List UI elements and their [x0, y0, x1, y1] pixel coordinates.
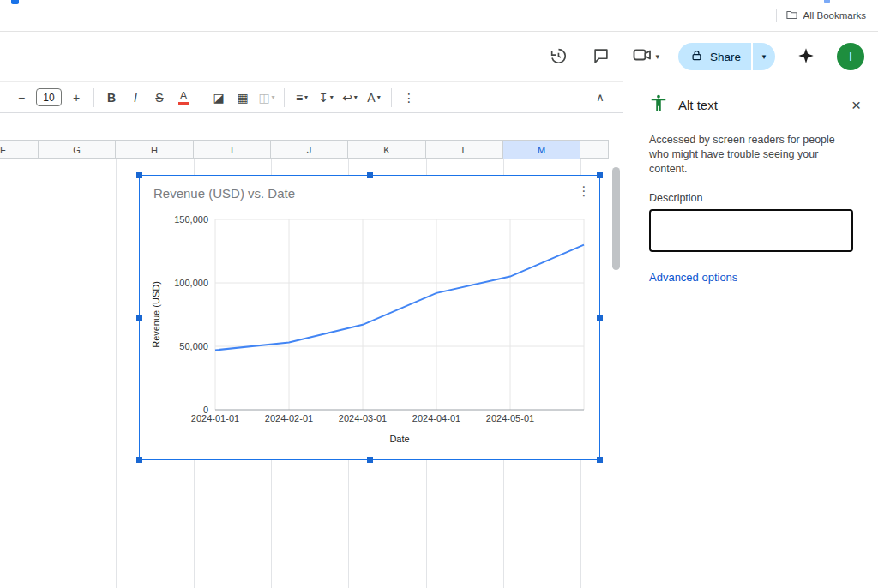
column-header-G[interactable]: G — [39, 141, 116, 159]
advanced-options-link[interactable]: Advanced options — [649, 271, 737, 284]
text-rotation-icon: A — [367, 91, 375, 105]
column-header-K[interactable]: K — [348, 141, 426, 159]
italic-icon: I — [134, 91, 137, 105]
sparkle-icon — [797, 47, 815, 67]
accessibility-icon — [649, 93, 668, 116]
dropdown-caret-icon: ▾ — [304, 93, 308, 101]
fill-color-icon: ◪ — [213, 91, 224, 105]
browser-tab-remnant — [824, 0, 830, 3]
lock-icon — [690, 49, 703, 64]
bookmarks-folder-icon — [785, 9, 798, 23]
text-wrap-button[interactable]: ↩▾ — [339, 87, 361, 109]
browser-bookmark-bar: All Bookmarks — [0, 0, 878, 32]
share-control: Share ▾ — [678, 43, 775, 70]
chart-resize-handle-nw[interactable] — [136, 172, 142, 178]
panel-description-text: Accessed by screen readers for people wh… — [649, 133, 857, 177]
svg-text:2024-01-01: 2024-01-01 — [191, 413, 239, 423]
merge-cells-icon: ◫ — [258, 91, 269, 105]
bold-button[interactable]: B — [100, 87, 123, 109]
increase-font-size-button[interactable]: + — [65, 87, 87, 109]
horizontal-align-icon: ≡ — [296, 91, 303, 105]
bookmark-bar-divider — [776, 9, 777, 22]
panel-title: Alt text — [678, 98, 841, 112]
text-rotation-button[interactable]: A▾ — [363, 87, 385, 109]
decrease-font-size-button[interactable]: − — [10, 87, 33, 109]
text-wrap-icon: ↩ — [342, 91, 352, 105]
dropdown-caret-icon: ▾ — [377, 93, 381, 101]
comments-button[interactable] — [589, 45, 613, 69]
column-header-J[interactable]: J — [271, 141, 348, 159]
column-header-L[interactable]: L — [426, 141, 503, 159]
chart-resize-handle-n[interactable] — [367, 172, 373, 178]
vertical-align-button[interactable]: ↧▾ — [315, 87, 337, 109]
column-header-partial[interactable] — [580, 141, 609, 159]
svg-text:2024-05-01: 2024-05-01 — [486, 413, 534, 423]
svg-text:150,000: 150,000 — [174, 214, 208, 225]
alt-text-description-input[interactable] — [649, 209, 853, 252]
borders-icon: ▦ — [237, 91, 248, 105]
svg-text:Date: Date — [389, 434, 409, 444]
scrollbar-thumb[interactable] — [612, 167, 620, 270]
text-color-icon: A — [180, 90, 188, 101]
dropdown-caret-icon: ▾ — [330, 93, 334, 101]
gemini-button[interactable] — [794, 45, 818, 69]
version-history-button[interactable] — [546, 45, 570, 69]
share-label: Share — [710, 51, 741, 63]
column-header-H[interactable]: H — [116, 141, 194, 159]
dropdown-caret-icon: ▾ — [354, 93, 358, 101]
description-label: Description — [649, 192, 861, 204]
italic-button[interactable]: I — [124, 87, 147, 109]
share-button[interactable]: Share — [678, 43, 751, 70]
svg-text:2024-03-01: 2024-03-01 — [339, 413, 387, 423]
svg-text:50,000: 50,000 — [179, 341, 208, 351]
chart-resize-handle-s[interactable] — [367, 457, 373, 463]
text-color-swatch — [178, 102, 189, 105]
alt-text-panel: Alt text × Accessed by screen readers fo… — [632, 81, 878, 588]
video-camera-icon — [632, 45, 652, 69]
column-header-I[interactable]: I — [194, 141, 271, 159]
app-header: ▾ Share ▾ I — [0, 32, 878, 81]
avatar-initial: I — [849, 50, 852, 63]
chart-resize-handle-ne[interactable] — [597, 172, 603, 178]
collapse-toolbar-button[interactable]: ∧ — [589, 87, 611, 109]
font-size-input[interactable]: 10 — [36, 88, 62, 106]
svg-text:100,000: 100,000 — [174, 278, 208, 288]
all-bookmarks-button[interactable]: All Bookmarks — [785, 9, 867, 23]
chart-plot: 050,000100,000150,0002024-01-012024-02-0… — [140, 176, 601, 461]
chevron-down-icon: ▾ — [762, 52, 767, 61]
toolbar-divider — [391, 88, 392, 107]
chart-resize-handle-w[interactable] — [136, 315, 142, 321]
vertical-scrollbar[interactable] — [609, 159, 623, 588]
vertical-align-icon: ↧ — [318, 91, 328, 105]
chart-resize-handle-se[interactable] — [597, 457, 603, 463]
formatting-toolbar: −10+BISA◪▦◫▾≡▾↧▾↩▾A▾⋮ ∧ — [0, 81, 623, 113]
borders-button[interactable]: ▦ — [232, 87, 254, 109]
column-header-F[interactable]: F — [0, 141, 39, 159]
fill-color-button[interactable]: ◪ — [207, 87, 230, 109]
account-avatar[interactable]: I — [837, 43, 864, 70]
chart-resize-handle-sw[interactable] — [136, 457, 142, 463]
chart-resize-handle-e[interactable] — [597, 315, 603, 321]
toolbar-divider — [284, 88, 285, 107]
close-panel-button[interactable]: × — [851, 97, 861, 113]
merge-cells-button[interactable]: ◫▾ — [256, 87, 278, 109]
increase-font-size-icon: + — [73, 91, 80, 105]
more-toolbar-icon: ⋮ — [403, 91, 415, 105]
share-dropdown-button[interactable]: ▾ — [753, 43, 775, 70]
more-toolbar-button[interactable]: ⋮ — [398, 87, 420, 109]
chevron-down-icon: ▾ — [655, 52, 659, 61]
meet-presentation-button[interactable]: ▾ — [632, 45, 659, 69]
all-bookmarks-label: All Bookmarks — [803, 10, 867, 21]
text-color-button[interactable]: A — [172, 87, 195, 109]
svg-text:2024-02-01: 2024-02-01 — [265, 413, 313, 423]
column-header-M[interactable]: M — [503, 141, 580, 159]
column-headers: FGHIJKLM — [0, 140, 609, 159]
strikethrough-button[interactable]: S — [148, 87, 171, 109]
toolbar-items: −10+BISA◪▦◫▾≡▾↧▾↩▾A▾⋮ — [0, 82, 420, 112]
dropdown-caret-icon: ▾ — [272, 93, 275, 101]
history-icon — [549, 46, 568, 68]
comment-icon — [592, 46, 610, 68]
decrease-font-size-icon: − — [18, 91, 25, 105]
horizontal-align-button[interactable]: ≡▾ — [291, 87, 313, 109]
embedded-chart[interactable]: Revenue (USD) vs. Date ⋮ 050,000100,0001… — [139, 175, 600, 460]
